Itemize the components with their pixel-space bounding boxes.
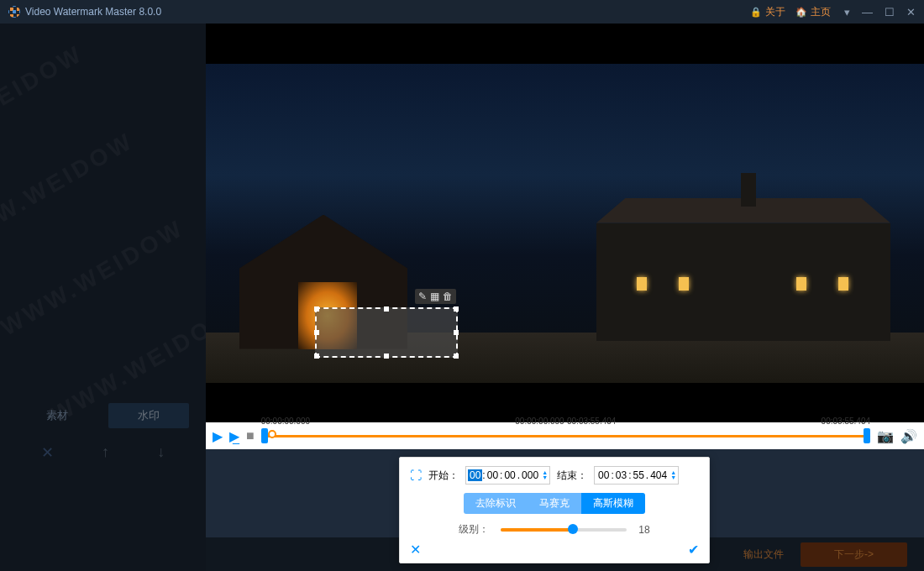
output-file-button[interactable]: 输出文件 xyxy=(743,547,784,562)
popup-confirm-button[interactable]: ✔ xyxy=(688,542,699,558)
level-value: 18 xyxy=(638,524,649,536)
tab-gaussian-blur[interactable]: 高斯模糊 xyxy=(581,493,645,514)
image-icon[interactable]: ▦ xyxy=(430,291,439,302)
maximize-button[interactable]: ☐ xyxy=(885,7,895,18)
fullscreen-icon[interactable]: ⛶ xyxy=(410,469,422,482)
player-controls: ▶ ▶̲ ■ 00:00:00.000 00:00:00.000-00:03:5… xyxy=(206,422,924,449)
level-slider[interactable] xyxy=(501,528,627,532)
sidebar-tabs: 素材 水印 xyxy=(17,403,189,428)
titlebar-nav: 关于 主页 xyxy=(750,5,831,19)
tab-mosaic[interactable]: 马赛克 xyxy=(528,493,581,514)
start-time-spinner[interactable]: ▲▼ xyxy=(542,470,548,480)
minimize-button[interactable]: — xyxy=(862,7,873,18)
tab-watermark[interactable]: 水印 xyxy=(108,403,190,428)
snapshot-button[interactable]: 📷 xyxy=(877,428,894,444)
move-up-icon[interactable]: ↑ xyxy=(102,443,109,462)
effect-tabs: 去除标识 马赛克 高斯模糊 xyxy=(410,493,699,514)
edit-icon[interactable]: ✎ xyxy=(418,291,427,302)
popup-cancel-button[interactable]: ✕ xyxy=(410,542,421,558)
selection-toolbar: ✎ ▦ 🗑 xyxy=(415,289,456,304)
playhead-handle[interactable] xyxy=(268,430,276,438)
app-logo-icon xyxy=(8,6,20,18)
video-preview: ✎ ▦ 🗑 xyxy=(206,24,924,422)
move-down-icon[interactable]: ↓ xyxy=(157,443,165,462)
dropdown-icon[interactable]: ▾ xyxy=(844,7,850,18)
titlebar: Video Watermark Master 8.0.0 关于 主页 ▾ — ☐… xyxy=(0,0,924,24)
watermark-settings-popup: ⛶ 开始： 00:00:00.000 ▲▼ 结束： 00:03:55.404 ▲… xyxy=(399,457,710,563)
start-time-field[interactable]: 00:00:00.000 ▲▼ xyxy=(465,466,550,485)
end-time-field[interactable]: 00:03:55.404 ▲▼ xyxy=(594,466,679,485)
range-end-handle[interactable] xyxy=(864,428,870,443)
time-end-label: 00:03:55.404 xyxy=(822,416,870,426)
tab-material[interactable]: 素材 xyxy=(17,403,98,428)
end-time-spinner[interactable]: ▲▼ xyxy=(670,470,676,480)
play-range-button[interactable]: ▶̲ xyxy=(229,428,239,444)
next-step-button[interactable]: 下一步-> xyxy=(801,542,907,567)
trash-icon[interactable]: 🗑 xyxy=(443,291,453,302)
window-buttons: ▾ — ☐ ✕ xyxy=(844,7,916,18)
home-link[interactable]: 主页 xyxy=(795,5,831,19)
level-label: 级别： xyxy=(459,522,489,537)
sidebar-icon-row: ✕ ↑ ↓ xyxy=(17,443,189,462)
sidebar: WWW.WEIDOWN.COM WWW.WEIDOWN.COM WWW.WEID… xyxy=(0,24,206,571)
stop-button[interactable]: ■ xyxy=(246,428,255,443)
time-range-label: 00:00:00.000-00:03:55.404 xyxy=(515,416,616,426)
level-slider-handle[interactable] xyxy=(568,524,578,534)
start-label: 开始： xyxy=(428,469,459,483)
end-label: 结束： xyxy=(557,469,587,483)
delete-icon[interactable]: ✕ xyxy=(41,443,54,462)
timeline-slider[interactable]: 00:00:00.000 00:00:00.000-00:03:55.404 0… xyxy=(261,428,870,443)
about-link[interactable]: 关于 xyxy=(750,5,785,19)
video-frame[interactable]: ✎ ▦ 🗑 xyxy=(206,64,924,383)
close-button[interactable]: ✕ xyxy=(906,7,916,18)
watermark-selection-box[interactable]: ✎ ▦ 🗑 xyxy=(315,307,458,358)
tab-remove-logo[interactable]: 去除标识 xyxy=(464,493,528,514)
play-button[interactable]: ▶ xyxy=(213,428,223,444)
app-title: Video Watermark Master 8.0.0 xyxy=(25,6,750,18)
time-start-label: 00:00:00.000 xyxy=(261,416,310,426)
range-start-handle[interactable] xyxy=(261,428,268,443)
volume-button[interactable]: 🔊 xyxy=(900,428,917,444)
